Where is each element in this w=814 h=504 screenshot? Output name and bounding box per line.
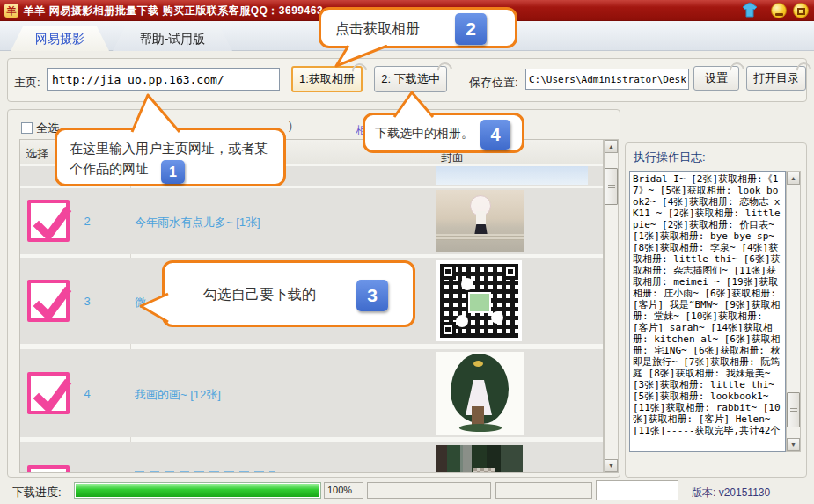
- maximize-button[interactable]: [793, 3, 809, 18]
- qr-finder: [440, 264, 456, 280]
- save-location-input[interactable]: [525, 69, 689, 90]
- album-index: 4: [75, 387, 99, 400]
- maximize-icon: [797, 8, 805, 15]
- callout-download-selected: 下载选中的相册。 4: [363, 113, 524, 153]
- home-url-label: 主页:: [14, 75, 40, 91]
- qr-finder: [440, 322, 456, 338]
- stump-shape: [472, 406, 484, 426]
- qr-center-logo: [468, 292, 491, 313]
- settings-button[interactable]: 设置: [693, 66, 739, 91]
- callout-step-badge: 4: [480, 120, 510, 150]
- log-scrollbar[interactable]: ▲ ▼: [786, 171, 801, 452]
- pixelated-block: [473, 468, 495, 473]
- minimize-icon: [775, 13, 783, 16]
- skin-shirt-icon[interactable]: [741, 2, 759, 19]
- callout-step-badge: 3: [356, 280, 388, 311]
- table-scrollbar[interactable]: ▲ ▼: [604, 139, 619, 473]
- hat-shape: [473, 361, 483, 367]
- qr-finder: [502, 264, 518, 280]
- bridge-shape: [436, 234, 524, 240]
- log-textarea[interactable]: Bridal I~ [2张]获取相册:《17》~ [5张]获取相册: look …: [629, 171, 786, 452]
- app-window: 羊 羊羊 网易摄影相册批量下载 购买正版联系客服QQ：3699463 网易摄影 …: [0, 0, 814, 504]
- progress-percent: 100%: [324, 482, 363, 499]
- album-checkbox-checked[interactable]: [27, 200, 70, 242]
- scrollbar-thumb[interactable]: [605, 168, 618, 205]
- download-selected-button[interactable]: 2: 下载选中: [374, 66, 447, 92]
- callout-text: 勾选自己要下载的: [203, 286, 316, 304]
- app-logo-icon: 羊: [4, 4, 18, 18]
- select-all-checkbox[interactable]: [21, 122, 33, 134]
- open-directory-button[interactable]: 打开目录: [746, 66, 806, 91]
- callout-tail: [387, 91, 438, 118]
- scroll-up-icon[interactable]: ▲: [787, 172, 800, 185]
- save-location-label: 保存位置:: [469, 75, 518, 91]
- table-row[interactable]: 4 我画的画~ [12张]: [20, 349, 604, 437]
- album-checkbox-checked[interactable]: [27, 372, 70, 414]
- log-title: 执行操作日志:: [634, 150, 706, 165]
- grass-shape: [459, 424, 502, 432]
- obscured-text-fragment: ): [289, 120, 292, 132]
- callout-check-to-download: 勾选自己要下载的 3: [162, 260, 415, 327]
- album-cover-photo: [436, 166, 588, 185]
- version-label: 版本: v20151130: [692, 486, 770, 500]
- album-cover-qr-code: [436, 260, 522, 341]
- scroll-down-icon[interactable]: ▼: [605, 459, 618, 472]
- album-cover-illustration: [436, 352, 524, 435]
- tab-label: 网易摄影: [35, 32, 84, 46]
- album-checkbox-checked[interactable]: [27, 280, 70, 322]
- status-bar: 下载进度: 100% 版本: v20151130: [0, 479, 814, 504]
- status-field: [596, 480, 678, 500]
- column-header-select: 选择: [26, 146, 48, 162]
- album-title-link[interactable]: 今年雨水有点儿多~ [1张]: [135, 215, 260, 230]
- callout-step-badge: 2: [455, 13, 487, 45]
- get-albums-button[interactable]: 1:获取相册: [291, 66, 363, 92]
- progress-fill: [76, 484, 319, 497]
- progress-bar: [74, 482, 321, 499]
- callout-enter-url: 在这里输入用户主页网址，或者某 个作品的网址 1: [55, 128, 286, 186]
- callout-step-badge: 1: [161, 160, 185, 184]
- tab-label: 帮助-试用版: [140, 32, 206, 46]
- status-field: [367, 482, 491, 499]
- scrollbar-thumb[interactable]: [787, 392, 800, 427]
- tab-netease-photo[interactable]: 网易摄影: [11, 26, 109, 51]
- album-cover-photo: [436, 445, 523, 473]
- album-cover-photo: [436, 190, 524, 252]
- minimize-button[interactable]: [771, 3, 787, 18]
- callout-click-get-albums: 点击获取相册 2: [319, 7, 517, 48]
- album-checkbox-checked[interactable]: [27, 465, 70, 473]
- qr-flower: [491, 311, 503, 324]
- clipped-title-fragment: [135, 471, 275, 473]
- table-row[interactable]: [20, 442, 604, 473]
- qr-flower: [461, 278, 473, 290]
- status-field: [495, 482, 592, 499]
- scroll-down-icon[interactable]: ▼: [787, 438, 800, 451]
- callout-tail: [127, 93, 187, 133]
- home-url-input[interactable]: [47, 68, 280, 91]
- tab-help-trial[interactable]: 帮助-试用版: [113, 26, 232, 51]
- progress-label: 下载进度:: [12, 485, 62, 500]
- callout-text: 点击获取相册: [335, 20, 420, 39]
- qr-flower: [456, 315, 468, 327]
- callout-tail: [329, 45, 394, 68]
- figure-shape: [476, 211, 486, 225]
- scroll-up-icon[interactable]: ▲: [605, 140, 618, 153]
- pole-shape: [463, 445, 472, 473]
- table-row[interactable]: 2 今年雨水有点儿多~ [1张]: [20, 188, 604, 254]
- window-title: 羊羊 网易摄影相册批量下载 购买正版联系客服QQ：3699463: [24, 4, 323, 18]
- album-index: 2: [75, 215, 99, 228]
- album-title-link[interactable]: 我画的画~ [12张]: [135, 387, 221, 403]
- callout-tail: [137, 289, 169, 325]
- album-index: 3: [75, 295, 99, 308]
- callout-text: 下载选中的相册。: [375, 126, 473, 142]
